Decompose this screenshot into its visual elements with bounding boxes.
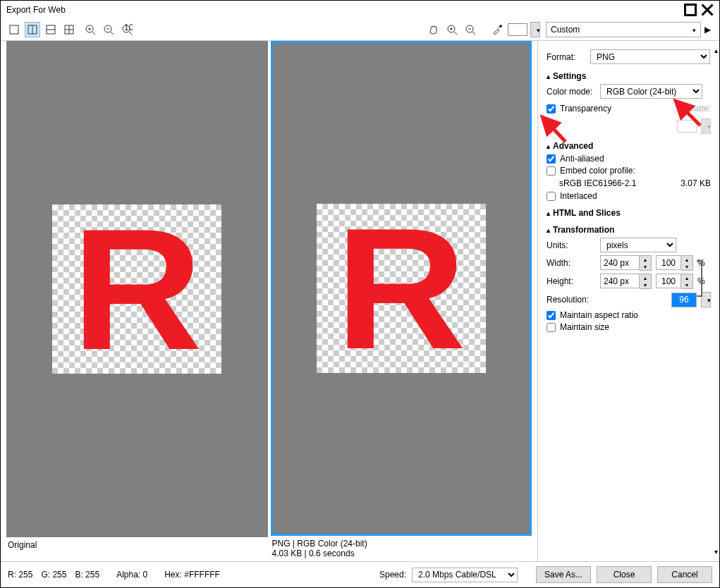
scroll-up-icon[interactable]: ▴ [714, 47, 718, 54]
eyedropper-icon[interactable] [489, 22, 505, 37]
collapse-icon [547, 225, 550, 235]
close-button[interactable]: Close [597, 566, 652, 583]
zoom-in-tool-icon[interactable] [444, 22, 460, 37]
matte-color-menu[interactable] [701, 118, 711, 134]
embed-profile-label: Embed color profile: [560, 166, 635, 176]
height-pct-spinner[interactable]: ▴▾ [656, 274, 693, 289]
color-well-menu[interactable] [530, 22, 540, 37]
titlebar: Export For Web [1, 1, 719, 19]
window-title: Export For Web [6, 5, 680, 15]
flyout-menu-icon[interactable]: ▶ [701, 22, 714, 37]
html-slices-section-head[interactable]: HTML and Slices [547, 208, 711, 218]
maintain-ratio-label: Maintain aspect ratio [560, 310, 638, 320]
resolution-label: Resolution: [547, 295, 596, 305]
settings-section-head[interactable]: Settings [547, 71, 711, 81]
hand-icon[interactable] [426, 22, 441, 37]
format-label: Format: [547, 52, 586, 62]
profile-size: 3.07 KB [681, 178, 711, 188]
pixel-alpha: 0 [143, 570, 148, 580]
width-spinner[interactable]: ▴▾ [600, 255, 652, 271]
svg-rect-3 [10, 25, 18, 34]
export-caption-line2: 4.03 KB | 0.6 seconds [272, 549, 531, 558]
transparency-checkbox[interactable] [547, 104, 556, 114]
save-as-button[interactable]: Save As... [536, 566, 591, 583]
svg-line-12 [92, 32, 95, 35]
format-dropdown[interactable]: PNG [590, 49, 710, 64]
maintain-size-label: Maintain size [560, 322, 609, 332]
pixel-r: 255 [18, 570, 32, 580]
scroll-down-icon[interactable]: ▾ [714, 548, 718, 556]
width-label: Width: [547, 258, 596, 268]
advanced-section-head[interactable]: Advanced [547, 141, 711, 151]
status-bar: R: 255 G: 255 B: 255 Alpha: 0 Hex: #FFFF… [1, 561, 719, 587]
zoom-out-tool-icon[interactable] [463, 22, 478, 37]
matte-label: Matte: [688, 104, 711, 114]
export-caption-line1: PNG | RGB Color (24-bit) [272, 539, 531, 549]
svg-line-16 [111, 32, 114, 35]
svg-point-29 [500, 25, 502, 27]
preset-value: Custom [551, 25, 580, 35]
preview-export-canvas[interactable]: R [271, 41, 532, 536]
matte-color-well[interactable] [677, 120, 697, 133]
pixel-g: 255 [52, 570, 66, 580]
units-label: Units: [547, 240, 596, 250]
preview-original: R Original [6, 41, 268, 561]
preset-dropdown[interactable]: Custom [546, 22, 701, 37]
svg-text:100: 100 [124, 24, 133, 32]
quad-view-button[interactable] [61, 22, 77, 37]
pixel-hex: #FFFFFF [184, 570, 220, 580]
double-horizontal-button[interactable] [43, 22, 59, 37]
zoom-buttons: 100 [83, 22, 135, 37]
resolution-input[interactable] [671, 293, 697, 307]
preview-export: R PNG | RGB Color (24-bit) 4.03 KB | 0.6… [271, 41, 532, 561]
transformation-section-head[interactable]: Transformation [547, 225, 711, 235]
svg-line-22 [454, 32, 457, 35]
zoom-100-icon[interactable]: 100 [119, 22, 135, 37]
svg-line-26 [472, 32, 475, 35]
antialiased-label: Anti-aliased [560, 154, 604, 164]
collapse-icon [547, 71, 550, 81]
cancel-button[interactable]: Cancel [657, 566, 712, 583]
sampled-color-well[interactable] [508, 23, 527, 36]
units-dropdown[interactable]: pixels [600, 238, 676, 252]
interlaced-label: Interlaced [560, 191, 597, 201]
interlaced-checkbox[interactable] [547, 192, 556, 201]
double-vertical-button[interactable] [25, 22, 40, 37]
preview-original-canvas[interactable]: R [6, 41, 268, 537]
settings-panel: ▴ Format: PNG Settings Color mode: RGB C… [537, 41, 719, 561]
layout-buttons [6, 22, 77, 37]
height-spinner[interactable]: ▴▾ [600, 274, 652, 289]
embed-profile-checkbox[interactable] [547, 166, 556, 176]
zoom-in-icon[interactable] [83, 22, 98, 37]
toolbar: 100 Custom ▶ [1, 19, 719, 41]
chevron-down-icon [692, 25, 696, 35]
resolution-menu[interactable] [701, 292, 711, 307]
height-label: Height: [547, 276, 596, 286]
pixel-b: 255 [85, 570, 99, 580]
speed-label: Speed: [379, 570, 406, 580]
right-tools [426, 22, 540, 37]
zoom-out-icon[interactable] [101, 22, 116, 37]
collapse-icon [547, 141, 550, 151]
width-pct-spinner[interactable]: ▴▾ [656, 255, 693, 271]
maximize-icon[interactable] [684, 4, 697, 16]
colormode-dropdown[interactable]: RGB Color (24-bit) [600, 84, 702, 99]
original-caption: Original [8, 540, 267, 550]
close-icon[interactable] [701, 4, 714, 16]
constrain-bracket-icon [697, 260, 702, 297]
svg-rect-0 [685, 5, 696, 16]
maintain-size-checkbox[interactable] [547, 323, 556, 332]
maintain-ratio-checkbox[interactable] [547, 311, 556, 320]
transparency-label: Transparency [560, 104, 611, 114]
colormode-label: Color mode: [547, 87, 596, 97]
collapse-icon [547, 208, 550, 218]
previews-area: R Original R PNG | RGB Color (24-bit) 4.… [1, 41, 537, 561]
single-view-button[interactable] [6, 22, 22, 37]
profile-name: sRGB IEC61966-2.1 [559, 178, 676, 188]
speed-dropdown[interactable]: 2.0 Mbps Cable/DSL [412, 568, 518, 582]
antialiased-checkbox[interactable] [547, 154, 556, 164]
